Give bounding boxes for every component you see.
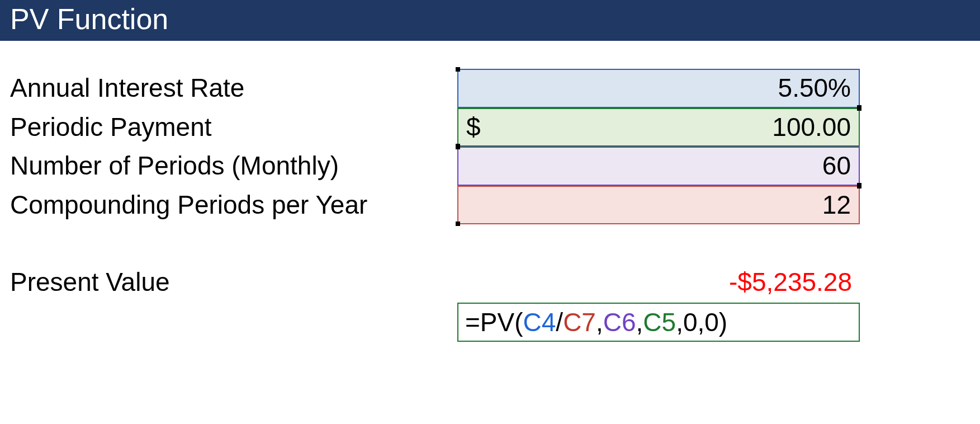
label-number-of-periods: Number of Periods (Monthly) <box>10 147 457 186</box>
row-number-of-periods: Number of Periods (Monthly) 60 <box>10 147 970 186</box>
formula-token-comma1: , <box>596 308 603 337</box>
page-title: PV Function <box>10 3 168 35</box>
label-compounding-periods: Compounding Periods per Year <box>10 186 457 225</box>
cell-c5-periodic-payment[interactable]: $ 100.00 <box>457 108 860 147</box>
value-compounding-periods: 12 <box>466 189 851 222</box>
formula-token-prefix: =PV( <box>465 308 523 337</box>
cell-formula-editor[interactable]: =PV(C4/C7,C6,C5,0,0) <box>457 303 860 342</box>
row-compounding-periods: Compounding Periods per Year 12 <box>10 186 970 225</box>
row-periodic-payment: Periodic Payment $ 100.00 <box>10 108 970 147</box>
label-annual-rate: Annual Interest Rate <box>10 69 457 108</box>
page-header: PV Function <box>0 0 980 41</box>
row-present-value: Present Value -$5,235.28 <box>10 265 970 300</box>
formula-token-c4: C4 <box>523 308 556 337</box>
currency-symbol: $ <box>466 111 481 144</box>
formula-token-tail: ,0,0) <box>676 308 727 337</box>
worksheet-body: Annual Interest Rate 5.50% Periodic Paym… <box>0 41 980 342</box>
value-annual-rate: 5.50% <box>466 72 851 105</box>
formula-token-comma2: , <box>636 308 643 337</box>
formula-token-c6: C6 <box>603 308 636 337</box>
value-number-of-periods: 60 <box>466 150 851 182</box>
cell-c7-compounding-periods[interactable]: 12 <box>457 186 860 225</box>
cell-c6-number-of-periods[interactable]: 60 <box>457 147 860 186</box>
formula-token-c5: C5 <box>643 308 676 337</box>
formula-token-slash: / <box>556 308 563 337</box>
cell-c4-annual-rate[interactable]: 5.50% <box>457 69 860 108</box>
label-formula-empty <box>10 300 457 342</box>
value-periodic-payment: 100.00 <box>481 111 851 144</box>
row-annual-rate: Annual Interest Rate 5.50% <box>10 69 970 108</box>
label-periodic-payment: Periodic Payment <box>10 108 457 147</box>
row-formula: =PV(C4/C7,C6,C5,0,0) <box>10 300 970 342</box>
formula-token-c7: C7 <box>563 308 596 337</box>
cell-present-value-result[interactable]: -$5,235.28 <box>457 265 860 300</box>
label-present-value: Present Value <box>10 265 457 300</box>
